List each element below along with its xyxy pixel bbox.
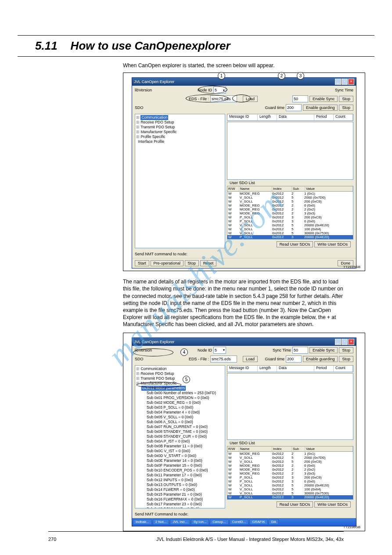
tree-leaf[interactable]: Sub 0x14 FLWERR = 0 (0x0) (141, 487, 224, 492)
tree-sel: Communication (140, 115, 168, 120)
nmt-preop[interactable]: Pre-operational (151, 260, 184, 266)
tree-leaf[interactable]: Sub 0x07 RUN_CURRENT = 0 (0x0) (141, 424, 224, 429)
tree-leaf[interactable]: Sub 0x00 Number of entries = 253 (0xFD) (141, 391, 224, 395)
guard-input[interactable] (286, 355, 302, 363)
tree-leaf[interactable]: Sub 0x0C V_IST = 0 (0x0) (141, 449, 224, 453)
circle-5 (137, 382, 181, 388)
usdo-row[interactable]: WMODE_REG0x201221 (0x1) (227, 452, 353, 456)
usdo-row[interactable]: WP_SOLL0x2012320000 (0x4E20) (227, 235, 353, 239)
taskbar-item[interactable]: DA (269, 519, 279, 525)
taskbar-item[interactable]: 2 Not... (153, 519, 169, 525)
usdo-row[interactable]: WV_SOLL0x20125200 (0xC8) (227, 200, 353, 203)
tree-leaf[interactable]: Sub 0x03 P_SOLL = 0 (0x0) (141, 405, 224, 410)
usdo-title: User SDO List (227, 181, 353, 185)
usdo-row[interactable]: WV_SOLL0x20125100 (0x64) (227, 227, 353, 231)
usdo-row[interactable]: WMODE_REG0x201220 (0x0) (227, 203, 353, 207)
tree-leaf[interactable]: Sub 0x01 PROG_VERSION = 0 (0x0) (141, 395, 224, 400)
tree-leaf[interactable]: Sub 0x02 MODE_REG = 0 (0x0) (141, 400, 224, 405)
usdo-row[interactable]: WV_SOLL0x2012520000 (0x4E20) (227, 483, 353, 487)
nmt-reset[interactable]: Reset (200, 260, 217, 266)
tree-leaf[interactable]: Sub 0x04 Parameter 4 = 0 (0x0) (141, 410, 224, 415)
usdo-list[interactable]: R/WNameIndexSubValueWMODE_REG0x201221 (0… (227, 186, 353, 239)
window-buttons[interactable]: _▫× (334, 79, 354, 85)
sync-stop-button[interactable]: Stop (339, 347, 353, 353)
usdo-row[interactable]: WV_SOLL0x201252000 (0x7D0) (227, 456, 353, 460)
tree-leaf[interactable]: Sub 0x05 V_SOLL = 0 (0x0) (141, 415, 224, 420)
nmt-label: Send NMT Command to node: (135, 512, 188, 516)
nmt-start[interactable]: Start (135, 260, 149, 266)
enable-sync-button[interactable]: Enable Sync (309, 347, 338, 353)
tree-leaf[interactable]: Sub 0x17 Parameter 23 = 0 (0x0) (141, 502, 224, 507)
lib-version: libVersion (135, 88, 187, 92)
tree-leaf[interactable]: Sub 0x15 Parameter 21 = 0 (0x0) (141, 492, 224, 497)
tree-leaf[interactable]: Sub 0x0A P_IST = 0 (0x0) (141, 439, 224, 444)
footer-rule (48, 531, 344, 532)
guard-stop-button[interactable]: Stop (339, 105, 353, 111)
read-usdo-button[interactable]: Read User SDOs (277, 501, 313, 508)
taskbar-item[interactable]: Canop... (210, 519, 228, 525)
tree-leaf[interactable]: Sub 0x06 A_SOLL = 0 (0x0) (141, 420, 224, 424)
sync-stop-button[interactable]: Stop (339, 96, 353, 102)
usdo-row[interactable]: WP_SOLL0x2012320000 (0x4E20) (227, 495, 353, 499)
read-usdo-button[interactable]: Read User SDOs (277, 241, 313, 247)
usdo-row[interactable]: WV_SOLL0x20125100 (0x64) (227, 487, 353, 491)
usdo-row[interactable]: WV_SOLL0x201252000 (0x7D0) (227, 196, 353, 200)
usdo-row[interactable]: WV_SOLL0x20125200 (0xC8) (227, 460, 353, 464)
tree-item[interactable]: Communication (136, 366, 224, 371)
window-buttons[interactable]: _▫× (334, 339, 354, 345)
enable-sync-button[interactable]: Enable Sync (309, 96, 338, 102)
usdo-row[interactable]: WMODE_REG0x201223 (0x3) (227, 472, 353, 475)
tree-leaf[interactable]: Sub 0x0D V_START = 0 (0x0) (141, 453, 224, 458)
synctime-input[interactable] (292, 347, 308, 354)
usdo-row[interactable]: WV_SOLL0x2012530000 (0x7530) (227, 491, 353, 495)
guard-input[interactable] (286, 104, 302, 111)
sdo-tree[interactable]: Communication Receive PDO Setup Transmit… (135, 114, 225, 248)
taskbar-item[interactable]: Indbak... (133, 519, 152, 525)
guard-stop-button[interactable]: Stop (339, 356, 353, 362)
usdo-row[interactable]: WMODE_REG0x201223 (0x3) (227, 211, 353, 215)
synctime-input[interactable] (292, 95, 308, 102)
nodeid-combo[interactable]: 5 (213, 347, 226, 354)
usdo-row[interactable]: WV_SOLL0x2012520000 (0x4E20) (227, 223, 353, 227)
usdo-row[interactable]: WP_SOLL0x20123200 (0xC8) (227, 215, 353, 219)
tree-item: Interface Profile (136, 139, 224, 144)
nmt-stop[interactable]: Stop (185, 260, 199, 266)
usdo-row[interactable]: WMODE_REG0x201220 (0x0) (227, 464, 353, 468)
tree-leaf[interactable]: Sub 0x0B Parameter 11 = 0 (0x0) (141, 444, 224, 449)
taskbar-item[interactable]: Sy:Ion... (191, 519, 209, 525)
tree-leaf[interactable]: Sub 0x09 STANDBY_CUR = 0 (0x0) (141, 434, 224, 439)
tree-item[interactable]: Receive PDO Setup (136, 371, 224, 376)
usdo-row[interactable]: WMODE_REG0x201221 (0x1) (227, 192, 353, 196)
callout-5: 5 (183, 376, 190, 383)
usdo-list[interactable]: R/WNameIndexSubValueWMODE_REG0x201221 (0… (227, 446, 353, 500)
usdo-row[interactable]: WP_SOLL0x20123200 (0xC8) (227, 475, 353, 479)
usdo-row[interactable]: WV_SOLL0x2012530000 (0x7530) (227, 231, 353, 235)
usdo-row[interactable]: WP_SOLL0x201230 (0x0) (227, 479, 353, 483)
taskbar-item[interactable]: GRAFIK (249, 519, 268, 525)
taskbar-item[interactable]: CorelD... (230, 519, 249, 525)
tree-leaf[interactable]: Sub 0x10 ENCODER_POS = 0 (0x0) (141, 468, 224, 473)
write-usdo-button[interactable]: Write User SDOs (314, 241, 351, 247)
load-button[interactable]: Load (243, 356, 258, 362)
fig-ref: TT2336GB (343, 525, 360, 529)
tree-item[interactable]: Transmit PDO Setup (136, 376, 224, 381)
tree-leaf[interactable]: Sub 0x18 COMMAND = 0 (0x0) (141, 507, 224, 508)
tree-leaf[interactable]: Sub 0x13 OUTPUTS = 0 (0x0) (141, 482, 224, 487)
usdo-row[interactable]: WMODE_REG0x201222 (0x2) (227, 207, 353, 211)
msg-header: Message IDLengthDataPeriodCount (227, 114, 353, 121)
tree-leaf[interactable]: Sub 0x12 INPUTS = 0 (0x0) (141, 478, 224, 482)
usdo-row[interactable]: WP_SOLL0x201230 (0x0) (227, 219, 353, 223)
tree-leaf[interactable]: Sub 0x0F Parameter 15 = 0 (0x0) (141, 463, 224, 468)
tree-leaf[interactable]: Sub 0x08 STANDBY_TIME = 0 (0x0) (141, 429, 224, 434)
tree-leaf[interactable]: Sub 0x0E Parameter 14 = 0 (0x0) (141, 458, 224, 463)
page-number: 270 (48, 537, 56, 542)
tree-leaf[interactable]: Sub 0x11 Parameter 17 = 0 (0x0) (141, 473, 224, 478)
usdo-row[interactable]: WMODE_REG0x201222 (0x2) (227, 468, 353, 472)
explorer-window: JVL CanOpen Explorer _▫× libVersion Node… (132, 77, 356, 268)
enable-guard-button[interactable]: Enable guarding (303, 105, 338, 111)
taskbar-item[interactable]: JVL Ind... (170, 519, 190, 525)
write-usdo-button[interactable]: Write User SDOs (314, 501, 351, 508)
enable-guard-button[interactable]: Enable guarding (303, 356, 338, 362)
tree-leaf[interactable]: Sub 0x16 FLWERRMAX = 0 (0x0) (141, 497, 224, 502)
eds-input[interactable] (210, 355, 237, 363)
